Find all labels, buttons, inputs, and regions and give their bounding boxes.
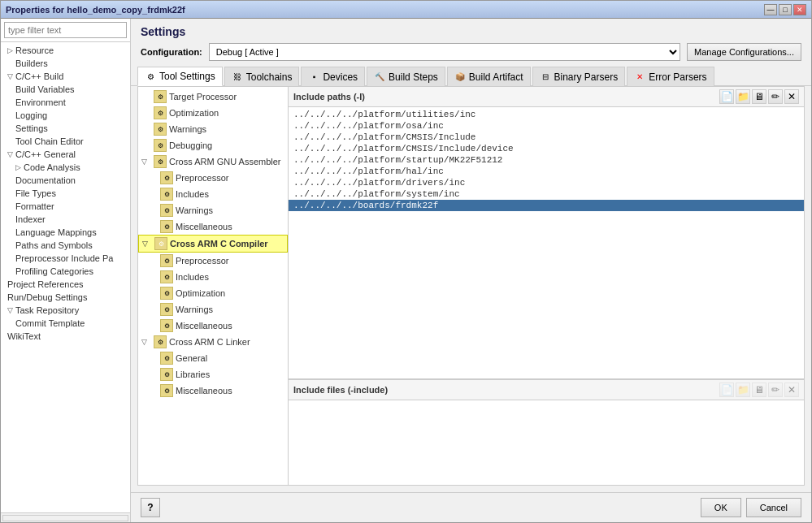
tool-tree-item-linker-libraries[interactable]: ⚙ Libraries [138,366,288,383]
sidebar-item-settings[interactable]: Settings [1,122,130,135]
add-workspace-button[interactable]: 📁 [736,89,750,104]
tool-tree-item-cross-arm-c-compiler[interactable]: ▽ ⚙ Cross ARM C Compiler [138,235,288,253]
tool-tree-item-c-includes[interactable]: ⚙ Includes [138,269,288,285]
include-paths-list: ../../../../platform/utilities/inc ../..… [289,107,804,378]
sidebar-item-documentation[interactable]: Documentation [1,174,130,187]
close-button[interactable]: ✕ [793,4,806,15]
tool-tree-item-c-preprocessor[interactable]: ⚙ Preprocessor [138,253,288,269]
tool-settings-icon: ⚙ [154,90,167,103]
sidebar-item-project-references[interactable]: Project References [1,278,130,291]
title-bar-buttons: — □ ✕ [764,4,806,15]
cancel-button[interactable]: Cancel [746,498,801,517]
sidebar-item-paths-and-symbols[interactable]: Paths and Symbols [1,239,130,252]
sidebar-item-profiling-categories[interactable]: Profiling Categories [1,265,130,278]
sidebar-item-resource[interactable]: ▷ Resource [1,44,130,57]
tab-build-steps[interactable]: 🔨 Build Steps [367,67,445,86]
add-path-button[interactable]: 📄 [719,89,734,104]
sidebar-item-wikitext[interactable]: WikiText [1,330,130,343]
list-item[interactable]: ../../../../platform/system/inc [289,188,804,200]
add-filesystem-file-button[interactable]: 🖥 [752,383,766,397]
tab-toolchains-label: Toolchains [246,71,293,83]
list-item-selected[interactable]: ../../../../boards/frdmk22f [289,200,804,211]
delete-file-button[interactable]: ✕ [784,383,799,397]
tool-settings-icon: ⚙ [160,254,173,267]
tool-settings-icon: ⚙ [160,368,173,381]
tab-toolchains[interactable]: ⛓ Toolchains [224,67,300,86]
tool-tree-item-c-misc[interactable]: ⚙ Miscellaneous [138,318,288,334]
config-select[interactable]: Debug [ Active ] [209,43,680,61]
sidebar-item-task-repository[interactable]: ▽ Task Repository [1,304,130,317]
tool-tree-item-linker-misc[interactable]: ⚙ Miscellaneous [138,383,288,399]
tool-tree-item-target-processor[interactable]: ⚙ Target Processor [138,89,288,105]
include-paths-toolbar: 📄 📁 🖥 ✏ [719,89,799,104]
sidebar-item-cpp-general[interactable]: ▽ C/C++ General [1,148,130,161]
sidebar-item-run-debug-settings[interactable]: Run/Debug Settings [1,291,130,304]
tool-tree-item-cross-arm-gnu-assembler[interactable]: ▽ ⚙ Cross ARM GNU Assembler [138,153,288,170]
tool-tree-item-c-warnings[interactable]: ⚙ Warnings [138,301,288,318]
list-item[interactable]: ../../../../platform/hal/inc [289,166,804,177]
tool-content: ⚙ Target Processor ⚙ Optimization ⚙ [138,87,804,485]
help-button[interactable]: ? [141,498,160,517]
list-item[interactable]: ../../../../platform/startup/MK22F51212 [289,154,804,166]
sidebar-item-preprocessor-include[interactable]: Preprocessor Include Pa [1,252,130,265]
sidebar-item-builders[interactable]: Builders [1,57,130,70]
sidebar-item-formatter[interactable]: Formatter [1,200,130,213]
add-file-button[interactable]: 📄 [719,383,734,397]
add-filesystem-button[interactable]: 🖥 [752,89,766,104]
tool-tree-item-debugging[interactable]: ⚙ Debugging [138,137,288,153]
tab-bar: ⚙ Tool Settings ⛓ Toolchains ▪ Devices 🔨… [131,66,811,86]
tool-tree-item-linker-general[interactable]: ⚙ General [138,350,288,366]
filter-input[interactable] [4,22,127,38]
ok-button[interactable]: OK [701,498,741,517]
tool-tree-item-cross-arm-c-linker[interactable]: ▽ ⚙ Cross ARM C Linker [138,334,288,350]
sidebar-item-environment[interactable]: Environment [1,96,130,109]
tool-tree-item-asm-warnings[interactable]: ⚙ Warnings [138,202,288,218]
tool-tree-item-c-optimization[interactable]: ⚙ Optimization [138,285,288,301]
minimize-button[interactable]: — [764,4,777,15]
sidebar-item-commit-template[interactable]: Commit Template [1,317,130,330]
tab-error-parsers[interactable]: ✕ Error Parsers [627,67,714,86]
edit-icon: ✏ [771,384,779,395]
tool-tree-item-asm-misc[interactable]: ⚙ Miscellaneous [138,218,288,235]
sidebar-item-code-analysis[interactable]: ▷ Code Analysis [1,161,130,174]
sidebar-item-logging[interactable]: Logging [1,109,130,122]
edit-icon: ✏ [771,91,779,102]
manage-configurations-button[interactable]: Manage Configurations... [687,43,801,61]
sidebar-item-cpp-build[interactable]: ▽ C/C++ Build [1,70,130,83]
sidebar-item-tool-chain-editor[interactable]: Tool Chain Editor [1,135,130,148]
edit-file-button[interactable]: ✏ [768,383,783,397]
list-item[interactable]: ../../../../platform/CMSIS/Include [289,132,804,143]
add-workspace-file-button[interactable]: 📁 [736,383,750,397]
tab-devices[interactable]: ▪ Devices [301,67,365,86]
tool-settings-icon: ⚙ [160,303,173,316]
tab-build-steps-label: Build Steps [389,71,438,83]
workspace-icon: 📁 [737,384,749,395]
sidebar-item-indexer[interactable]: Indexer [1,213,130,226]
sidebar-filter-area [1,19,130,42]
tab-build-artifact[interactable]: 📦 Build Artifact [447,67,531,86]
list-item[interactable]: ../../../../platform/CMSIS/Include/devic… [289,143,804,154]
tool-settings-icon: ⚙ [160,319,173,332]
tab-devices-label: Devices [323,71,358,83]
delete-icon: ✕ [788,384,796,395]
binary-parsers-icon: ⊟ [540,71,551,83]
maximize-button[interactable]: □ [779,4,792,15]
sidebar-item-file-types[interactable]: File Types [1,187,130,200]
list-item[interactable]: ../../../../platform/osa/inc [289,120,804,132]
delete-path-button[interactable]: ✕ [784,89,799,104]
tool-tree-item-asm-includes[interactable]: ⚙ Includes [138,186,288,202]
tool-tree-item-optimization[interactable]: ⚙ Optimization [138,105,288,121]
tool-settings-icon: ⚙ [160,287,173,300]
sidebar-item-build-variables[interactable]: Build Variables [1,83,130,96]
expand-icon: ▽ [141,158,151,166]
build-artifact-icon: 📦 [454,71,466,83]
tab-binary-parsers[interactable]: ⊟ Binary Parsers [532,67,626,86]
list-item[interactable]: ../../../../platform/drivers/inc [289,177,804,188]
tool-settings-icon: ⚙ [160,188,173,201]
edit-path-button[interactable]: ✏ [768,89,783,104]
tool-tree-item-asm-preprocessor[interactable]: ⚙ Preprocessor [138,170,288,186]
tab-tool-settings[interactable]: ⚙ Tool Settings [137,67,223,86]
tool-tree-item-warnings[interactable]: ⚙ Warnings [138,121,288,137]
list-item[interactable]: ../../../../platform/utilities/inc [289,109,804,120]
sidebar-item-language-mappings[interactable]: Language Mappings [1,226,130,239]
